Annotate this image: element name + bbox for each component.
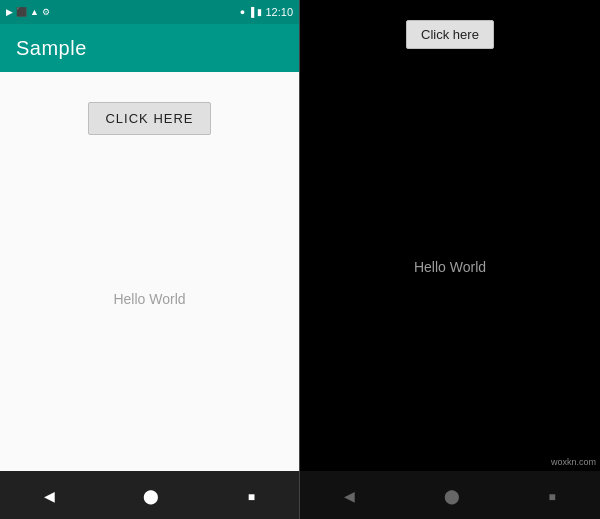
back-button-right[interactable] — [344, 485, 355, 506]
click-here-button-left[interactable]: CLICK HERE — [88, 102, 210, 135]
nav-bar-right — [300, 471, 600, 519]
right-phone: Click here Hello World woxkn.com — [300, 0, 600, 519]
notification-icon-1: ▶ — [6, 7, 13, 17]
hello-world-text-left: Hello World — [113, 291, 185, 307]
recents-button-left[interactable] — [248, 485, 255, 506]
status-bar-left-icons: ▶ ⬛ ▲ ⚙ — [6, 7, 50, 17]
click-here-button-right[interactable]: Click here — [406, 20, 494, 49]
wifi-icon: ● — [240, 7, 245, 17]
nav-bar-left — [0, 471, 299, 519]
watermark: woxkn.com — [551, 457, 596, 467]
home-button-left[interactable] — [143, 485, 159, 506]
home-button-right[interactable] — [444, 485, 460, 506]
signal-icon: ▐ — [248, 7, 254, 17]
status-bar-right-icons: ● ▐ ▮ 12:10 — [240, 6, 293, 18]
back-button-left[interactable] — [44, 485, 55, 506]
app-title: Sample — [16, 37, 87, 60]
notification-icon-2: ⬛ — [16, 7, 27, 17]
left-phone: ▶ ⬛ ▲ ⚙ ● ▐ ▮ 12:10 Sample CLICK HERE He… — [0, 0, 300, 519]
notification-icon-3: ▲ — [30, 7, 39, 17]
notification-icon-4: ⚙ — [42, 7, 50, 17]
hello-world-text-right: Hello World — [414, 259, 486, 275]
app-bar: Sample — [0, 24, 299, 72]
status-bar-left: ▶ ⬛ ▲ ⚙ ● ▐ ▮ 12:10 — [0, 0, 299, 24]
left-phone-content: CLICK HERE Hello World — [0, 72, 299, 471]
battery-icon: ▮ — [257, 7, 262, 17]
time-display: 12:10 — [265, 6, 293, 18]
right-phone-content: Click here Hello World — [300, 0, 600, 471]
recents-button-right[interactable] — [548, 485, 555, 506]
